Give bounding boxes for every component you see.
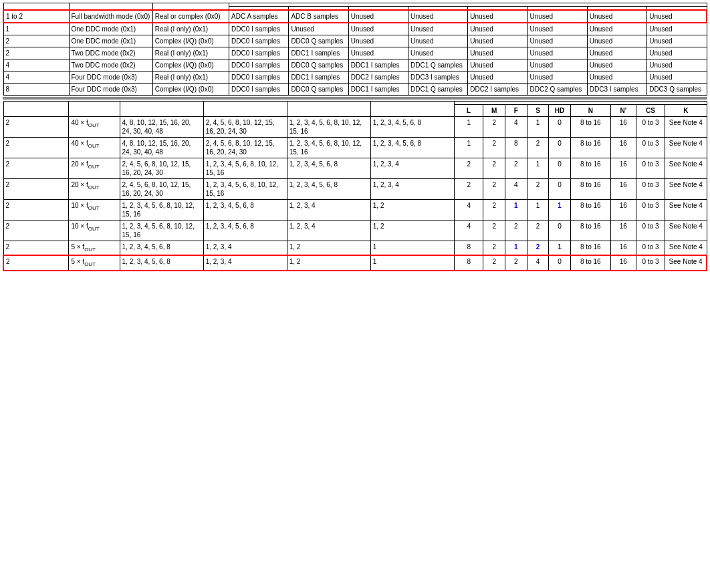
t2-cell-N: 8 to 16: [570, 117, 610, 138]
t1-h-col3: [152, 3, 229, 11]
t2-cell-decrate3: 1, 2, 3, 4, 5, 6, 8: [287, 158, 370, 179]
table1-cell: DDC1 Q samples: [408, 84, 467, 96]
virtual-converter-table: 1 to 2Full bandwidth mode (0x0)Real or c…: [3, 3, 707, 96]
table1-cell: Unused: [587, 23, 646, 35]
t2-cell-K: See Note 4: [665, 241, 707, 256]
table1-cell: Unused: [348, 10, 408, 23]
table1-cell: Unused: [408, 35, 467, 47]
t2-cell-converters: 2: [3, 179, 69, 200]
table1-row: 4Four DDC mode (0x3)Real (I only) (0x1)D…: [3, 71, 707, 84]
table1-cell: Unused: [527, 59, 587, 71]
table1-cell: Unused: [468, 71, 527, 84]
t2-cell-decrate3: 1, 2, 3, 4, 5, 6, 8: [287, 179, 370, 200]
t2-cell-converters: 2: [3, 138, 69, 158]
t2-cell-F: 2: [505, 220, 527, 241]
t2-cell-decrate3: 1, 2, 3, 4, 5, 6, 8, 10, 12, 15, 16: [287, 117, 370, 138]
t2-h-col6: [370, 102, 454, 117]
table1-cell: DDC2 I samples: [468, 84, 527, 96]
t2-cell-decrate1: 1, 2, 3, 4, 5, 6, 8, 10, 12, 15, 16: [120, 220, 203, 241]
t2-cell-HD: 1: [549, 200, 571, 220]
table1-cell: Unused: [408, 23, 467, 35]
t2-cell-Np: 16: [610, 158, 636, 179]
t2-cell-M: 2: [483, 255, 505, 270]
table1-cell: One DDC mode (0x1): [69, 23, 152, 35]
t2-cell-N: 8 to 16: [570, 200, 610, 220]
t2-cell-N: 8 to 16: [570, 179, 610, 200]
table1-row: 2Two DDC mode (0x2)Real (I only) (0x1)DD…: [3, 47, 707, 59]
t2-cell-L: 1: [454, 138, 483, 158]
t2-cell-K: See Note 4: [665, 138, 707, 158]
t2-cell-HD: 0: [549, 220, 571, 241]
table1-cell: Complex (I/Q) (0x0): [152, 84, 229, 96]
t2-cell-M: 2: [483, 117, 505, 138]
t2-cell-F: 2: [505, 158, 527, 179]
t2-cell-CS: 0 to 3: [636, 241, 665, 256]
table1-cell: Unused: [587, 35, 646, 47]
table1-cell: Unused: [647, 71, 707, 84]
t1-h-col2: [69, 3, 152, 11]
t2-cell-decrate1: 2, 4, 5, 6, 8, 10, 12, 15, 16, 20, 24, 3…: [120, 158, 203, 179]
t2-cell-L: 4: [454, 220, 483, 241]
table1-cell: Two DDC mode (0x2): [69, 47, 152, 59]
t2-cell-N: 8 to 16: [570, 220, 610, 241]
table1-cell: 1: [3, 23, 69, 35]
t2-cell-N: 8 to 16: [570, 255, 610, 270]
table1-cell: Unused: [468, 47, 527, 59]
t2-cell-Np: 16: [610, 179, 636, 200]
t2-cell-decrate4: 1: [370, 255, 454, 270]
table1-cell: DDC2 I samples: [348, 71, 408, 84]
t2-cell-decrate1: 1, 2, 3, 4, 5, 6, 8, 10, 12, 15, 16: [120, 200, 203, 220]
t2-cell-decrate3: 1, 2, 3, 4: [287, 200, 370, 220]
t2-cell-M: 2: [483, 179, 505, 200]
t2-cell-decrate2: 2, 4, 5, 6, 8, 10, 12, 15, 16, 20, 24, 3…: [203, 117, 287, 138]
table1-cell: Unused: [587, 47, 646, 59]
table1-cell: 2: [3, 35, 69, 47]
t2-cell-converters: 2: [3, 255, 69, 270]
t2-cell-linerate: 5 × fOUT: [69, 241, 120, 256]
t2-cell-linerate: 10 × fOUT: [69, 220, 120, 241]
table2-row: 210 × fOUT1, 2, 3, 4, 5, 6, 8, 10, 12, 1…: [3, 200, 707, 220]
table1-cell: Complex (I/Q) (0x0): [152, 59, 229, 71]
t2-cell-decrate1: 1, 2, 3, 4, 5, 6, 8: [120, 241, 203, 256]
t2-cell-decrate3: 1, 2, 3, 4: [287, 220, 370, 241]
table1-cell: Unused: [289, 23, 348, 35]
t2-cell-converters: 2: [3, 158, 69, 179]
page: 1 to 2Full bandwidth mode (0x0)Real or c…: [0, 0, 710, 274]
table1-cell: Unused: [647, 23, 707, 35]
t2-cell-decrate2: 1, 2, 3, 4, 5, 6, 8: [203, 220, 287, 241]
t2-cell-HD: 1: [549, 241, 571, 256]
t2-h-K: K: [665, 105, 707, 117]
table1-row: 8Four DDC mode (0x3)Complex (I/Q) (0x0)D…: [3, 84, 707, 96]
t2-cell-K: See Note 4: [665, 117, 707, 138]
table1-cell: DDC3 Q samples: [647, 84, 707, 96]
t2-cell-L: 2: [454, 158, 483, 179]
table1-cell: DDC0 I samples: [229, 84, 289, 96]
t2-cell-decrate2: 1, 2, 3, 4, 5, 6, 8, 10, 12, 15, 16: [203, 158, 287, 179]
table1-cell: Real (I only) (0x1): [152, 71, 229, 84]
t2-cell-decrate2: 1, 2, 3, 4, 5, 6, 8: [203, 200, 287, 220]
t2-cell-CS: 0 to 3: [636, 158, 665, 179]
table1-cell: DDC3 I samples: [408, 71, 467, 84]
t2-cell-S: 2: [527, 241, 549, 256]
t2-cell-linerate: 5 × fOUT: [69, 255, 120, 270]
t2-cell-F: 1: [505, 200, 527, 220]
t2-cell-S: 4: [527, 255, 549, 270]
t2-cell-HD: 0: [549, 158, 571, 179]
t2-cell-decrate4: 1, 2, 3, 4, 5, 6, 8: [370, 138, 454, 158]
t2-cell-K: See Note 4: [665, 179, 707, 200]
t2-cell-L: 1: [454, 117, 483, 138]
t2-cell-HD: 0: [549, 138, 571, 158]
table1-cell: Real or complex (0x0): [152, 10, 229, 23]
t2-cell-S: 2: [527, 220, 549, 241]
t2-cell-decrate4: 1, 2: [370, 200, 454, 220]
table1-cell: DDC0 I samples: [229, 35, 289, 47]
table1-cell: DDC0 I samples: [229, 59, 289, 71]
t2-cell-Np: 16: [610, 117, 636, 138]
t2-cell-decrate4: 1, 2, 3, 4, 5, 6, 8: [370, 117, 454, 138]
t2-cell-S: 1: [527, 200, 549, 220]
t2-cell-Np: 16: [610, 255, 636, 270]
table2-row: 240 × fOUT4, 8, 10, 12, 15, 16, 20, 24, …: [3, 117, 707, 138]
t2-cell-CS: 0 to 3: [636, 220, 665, 241]
t2-cell-Np: 16: [610, 200, 636, 220]
table1-cell: Complex (I/Q) (0x0): [152, 35, 229, 47]
